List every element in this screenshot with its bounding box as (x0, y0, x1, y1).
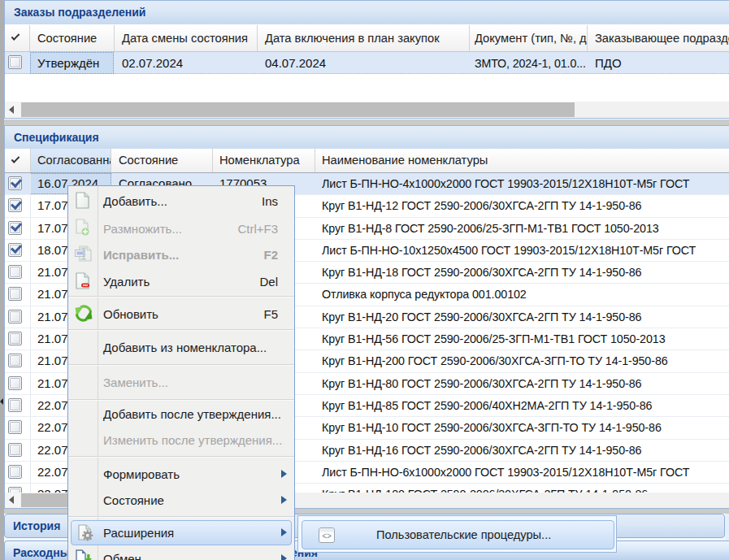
svg-text:<>: <> (322, 532, 332, 540)
